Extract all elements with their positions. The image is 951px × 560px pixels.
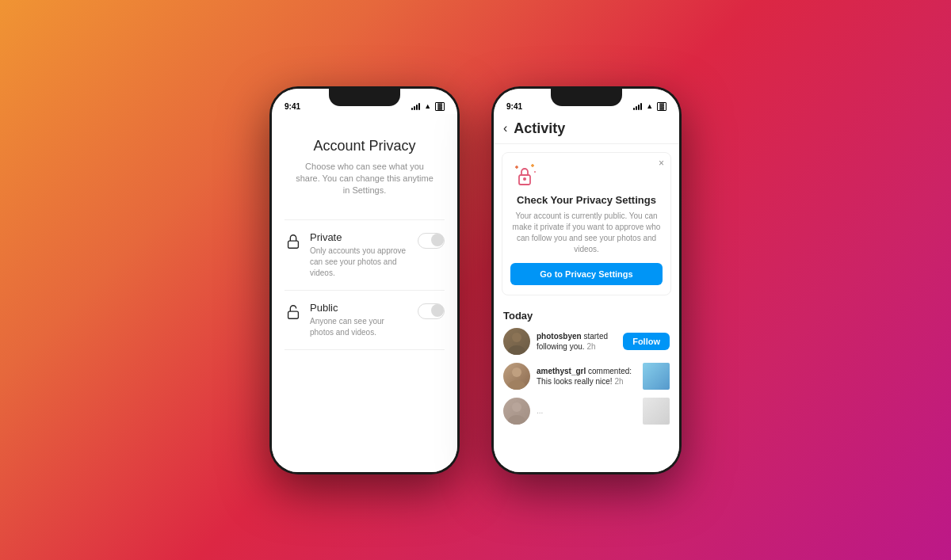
activity-item-1-time: 2h: [586, 342, 595, 351]
phone-1: 9:41 ▲ ▓ Account Privacy Choose who can …: [269, 86, 460, 474]
notch-1: [329, 89, 400, 106]
svg-point-13: [512, 402, 521, 412]
lock-open-icon: [285, 303, 302, 321]
public-toggle[interactable]: [418, 303, 445, 319]
account-privacy-screen: Account Privacy Choose who can see what …: [272, 114, 457, 472]
public-option: Public Anyone can see your photos and vi…: [285, 290, 445, 350]
private-option-title: Private: [310, 231, 410, 243]
signal-icon-2: [633, 102, 642, 110]
svg-point-12: [508, 380, 525, 390]
wifi-icon-1: ▲: [424, 102, 431, 110]
status-time-1: 9:41: [285, 102, 300, 111]
status-icons-2: ▲ ▓: [633, 102, 666, 111]
private-toggle[interactable]: [418, 233, 445, 249]
activity-item-2: amethyst_grl commented: This looks reall…: [503, 363, 670, 390]
back-button[interactable]: ‹: [503, 121, 507, 135]
phone-2: 9:41 ▲ ▓ ‹ Activity ×: [491, 86, 682, 474]
avatar-person-icon-2: [503, 363, 530, 390]
signal-icon-1: [411, 102, 420, 110]
activity-item-1: photosbyen started following you. 2h Fol…: [503, 328, 670, 355]
svg-point-14: [508, 415, 525, 425]
svg-rect-1: [288, 311, 299, 318]
activity-item-2-text: amethyst_grl commented: This looks reall…: [537, 366, 636, 387]
avatar-person-icon-1: [503, 328, 530, 355]
card-description: Your account is currently public. You ca…: [510, 211, 663, 255]
private-option: Private Only accounts you approve can se…: [285, 219, 445, 290]
battery-icon-1: ▓: [435, 102, 445, 111]
privacy-lock-icon: [510, 161, 539, 189]
activity-item-3-content: ...: [537, 406, 543, 415]
svg-point-9: [512, 333, 521, 342]
activity-header: ‹ Activity: [494, 114, 679, 144]
activity-item-2-time: 2h: [614, 377, 623, 386]
avatar-1: [503, 328, 530, 355]
activity-item-3: ...: [503, 398, 670, 425]
card-title: Check Your Privacy Settings: [510, 194, 663, 206]
avatar-person-icon-3: [503, 398, 530, 425]
go-to-privacy-settings-button[interactable]: Go to Privacy Settings: [510, 263, 663, 285]
lock-card-icon: [510, 161, 663, 189]
private-option-text: Private Only accounts you approve can se…: [310, 231, 410, 279]
private-option-desc: Only accounts you approve can see your p…: [310, 246, 410, 279]
battery-icon-2: ▓: [657, 102, 666, 111]
public-option-text: Public Anyone can see your photos and vi…: [310, 302, 410, 338]
public-option-desc: Anyone can see your photos and videos.: [310, 316, 410, 338]
follow-button[interactable]: Follow: [623, 333, 670, 350]
thumbnail-3: [643, 398, 670, 425]
status-icons-1: ▲ ▓: [411, 102, 445, 111]
activity-title: Activity: [514, 120, 565, 137]
privacy-subtitle: Choose who can see what you share. You c…: [285, 161, 445, 197]
avatar-2: [503, 363, 530, 390]
activity-item-1-username: photosbyen: [537, 332, 582, 341]
privacy-title: Account Privacy: [285, 138, 445, 154]
activity-item-3-text: ...: [537, 406, 636, 416]
svg-point-8: [523, 177, 526, 181]
lock-icon: [285, 233, 302, 250]
avatar-3: [503, 398, 530, 425]
svg-point-11: [512, 368, 521, 377]
wifi-icon-2: ▲: [646, 102, 653, 110]
privacy-settings-card: ×: [502, 152, 671, 295]
activity-screen: ‹ Activity ×: [494, 114, 679, 472]
activity-item-2-username: amethyst_grl: [537, 367, 586, 375]
status-time-2: 9:41: [506, 102, 522, 111]
activity-item-1-text: photosbyen started following you. 2h: [537, 331, 617, 352]
notch-2: [551, 89, 622, 106]
thumbnail-2: [643, 363, 670, 390]
activity-body: ×: [494, 144, 679, 472]
close-card-button[interactable]: ×: [659, 158, 664, 169]
svg-point-10: [508, 345, 525, 355]
public-option-title: Public: [310, 302, 410, 314]
today-label: Today: [503, 310, 670, 322]
svg-rect-0: [288, 241, 299, 248]
today-section: Today photosbyen started following you.: [494, 303, 679, 436]
